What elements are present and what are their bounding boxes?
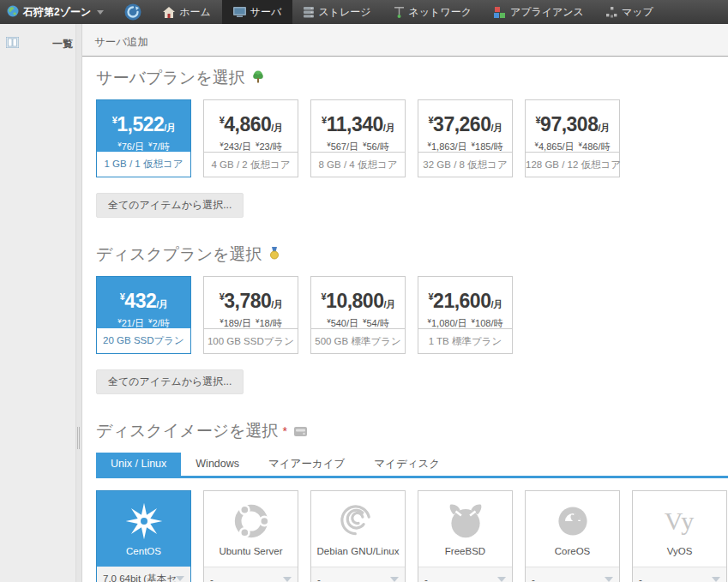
nav-appliance[interactable]: アプライアンス — [483, 0, 595, 24]
disk-plan-card-2[interactable]: ¥3,780/月 ¥189/日¥18/時 100 GB SSDプラン — [203, 276, 298, 354]
server-plan-row: ¥1,522/月 ¥76/日¥7/時 1 GB / 1 仮想コア ¥4,860/… — [96, 99, 728, 177]
os-version-select-debian[interactable]: - — [311, 567, 405, 582]
home-icon — [163, 7, 175, 18]
required-asterisk: * — [283, 424, 287, 438]
plan-spec-label: 1 GB / 1 仮想コア — [97, 152, 190, 177]
chevron-down-icon — [176, 576, 184, 581]
disk-plan-card-4[interactable]: ¥21,600/月 ¥1,080/日¥108/時 1 TB 標準プラン — [418, 276, 513, 354]
vyos-logo-icon: Vy — [633, 491, 726, 546]
tree-icon — [252, 69, 264, 87]
nav-network-label: ネットワーク — [409, 5, 472, 20]
medal-icon — [269, 245, 280, 264]
chevron-down-icon — [97, 10, 104, 15]
map-icon — [606, 7, 617, 18]
server-icon — [233, 7, 246, 18]
storage-icon — [304, 7, 314, 18]
coreos-logo-icon — [526, 491, 619, 546]
refresh-button[interactable] — [112, 0, 152, 24]
debian-logo-icon — [311, 491, 405, 546]
plan-spec-label: 128 GB / 12 仮想コア — [526, 152, 619, 177]
sidebar-splitter[interactable] — [75, 24, 82, 582]
disk-image-row: CentOS 7.0 64bit (基本セ Ubuntu Server - — [96, 490, 728, 582]
chevron-down-icon — [712, 577, 720, 582]
refresh-icon — [124, 3, 141, 21]
os-card-ubuntu[interactable]: Ubuntu Server - — [203, 490, 298, 582]
nav-storage[interactable]: ストレージ — [292, 0, 382, 24]
nav-storage-label: ストレージ — [318, 5, 370, 20]
plan-spec-label: 20 GB SSDプラン — [97, 328, 190, 353]
disk-image-title: ディスクイメージを選択* — [96, 420, 728, 442]
nav-server-label: サーバ — [250, 5, 282, 20]
os-card-vyos[interactable]: Vy VyOS - — [632, 490, 727, 582]
plan-spec-label: 32 GB / 8 仮想コア — [418, 152, 512, 177]
top-navigation-bar: 石狩第2ゾーン ホーム サーバ ストレージ ネットワーク — [0, 0, 728, 24]
server-plan-card-2[interactable]: ¥4,860/月 ¥243/日¥23/時 4 GB / 2 仮想コア — [203, 99, 298, 177]
sidebar-list-label[interactable]: 一覧 — [52, 37, 73, 51]
disk-image-tabs: Unix / Linux Windows マイアーカイブ マイディスク — [96, 453, 728, 478]
globe-icon — [7, 5, 19, 20]
os-version-select-centos[interactable]: 7.0 64bit (基本セ — [97, 567, 190, 582]
appliance-icon — [494, 7, 506, 18]
os-version-select-freebsd[interactable]: - — [418, 567, 512, 582]
chevron-down-icon — [390, 577, 399, 582]
nav-server[interactable]: サーバ — [222, 0, 293, 24]
os-card-centos[interactable]: CentOS 7.0 64bit (基本セ — [96, 490, 191, 582]
nav-map[interactable]: マップ — [595, 0, 665, 24]
disk-plan-card-1[interactable]: ¥432/月 ¥21/日¥2/時 20 GB SSDプラン — [96, 276, 191, 354]
tab-windows[interactable]: Windows — [181, 453, 254, 476]
os-version-select-ubuntu[interactable]: - — [204, 567, 298, 582]
network-icon — [394, 7, 405, 18]
nav-network[interactable]: ネットワーク — [382, 0, 483, 24]
sidebar: 一覧 — [0, 24, 75, 582]
os-version-select-vyos[interactable]: - — [633, 567, 726, 582]
server-plan-select-all-button[interactable]: 全てのアイテムから選択... — [96, 193, 244, 218]
freebsd-logo-icon — [418, 491, 512, 546]
os-card-debian[interactable]: Debian GNU/Linux - — [310, 490, 406, 582]
main-panel: サーバ追加 サーバプランを選択 ¥1,522/月 ¥76/日¥7/時 1 GB … — [82, 24, 728, 582]
chevron-down-icon — [605, 577, 613, 582]
plan-spec-label: 100 GB SSDプラン — [204, 328, 298, 353]
plan-spec-label: 4 GB / 2 仮想コア — [204, 152, 298, 177]
server-plan-card-3[interactable]: ¥11,340/月 ¥567/日¥56/時 8 GB / 4 仮想コア — [310, 99, 406, 177]
chevron-down-icon — [283, 577, 292, 582]
list-book-icon[interactable] — [6, 36, 19, 51]
tab-my-archive[interactable]: マイアーカイブ — [254, 453, 359, 476]
tab-unix-linux[interactable]: Unix / Linux — [96, 453, 181, 476]
server-plan-card-5[interactable]: ¥97,308/月 ¥4,865/日¥486/時 128 GB / 12 仮想コ… — [525, 99, 620, 177]
nav-appliance-label: アプライアンス — [510, 5, 584, 20]
nav-home-label: ホーム — [179, 5, 211, 20]
disk-plan-title: ディスクプランを選択 — [96, 243, 728, 266]
nav-home[interactable]: ホーム — [152, 0, 222, 24]
centos-logo-icon — [97, 491, 190, 546]
zone-label: 石狩第2ゾーン — [23, 5, 91, 20]
os-card-freebsd[interactable]: FreeBSD - — [418, 490, 513, 582]
plan-spec-label: 1 TB 標準プラン — [418, 328, 512, 353]
os-version-select-coreos[interactable]: - — [526, 567, 619, 582]
tab-my-disk[interactable]: マイディスク — [359, 453, 454, 476]
disk-plan-row: ¥432/月 ¥21/日¥2/時 20 GB SSDプラン ¥3,780/月 ¥… — [96, 276, 728, 354]
server-plan-card-4[interactable]: ¥37,260/月 ¥1,863/日¥185/時 32 GB / 8 仮想コア — [418, 99, 513, 177]
server-plan-card-1[interactable]: ¥1,522/月 ¥76/日¥7/時 1 GB / 1 仮想コア — [96, 99, 191, 177]
server-plan-title: サーバプランを選択 — [96, 67, 728, 89]
breadcrumb: サーバ追加 — [82, 24, 728, 57]
disk-plan-card-3[interactable]: ¥10,800/月 ¥540/日¥54/時 500 GB 標準プラン — [310, 276, 406, 354]
os-card-coreos[interactable]: CoreOS - — [525, 490, 620, 582]
ubuntu-logo-icon — [204, 491, 298, 546]
page-title: サーバ追加 — [94, 35, 148, 50]
plan-spec-label: 8 GB / 4 仮想コア — [311, 152, 405, 177]
disk-plan-select-all-button[interactable]: 全てのアイテムから選択... — [96, 369, 244, 394]
nav-map-label: マップ — [622, 5, 653, 20]
splitter-grip-icon — [77, 427, 81, 449]
disk-icon — [294, 422, 307, 441]
plan-spec-label: 500 GB 標準プラン — [311, 328, 405, 353]
zone-selector[interactable]: 石狩第2ゾーン — [0, 0, 112, 24]
chevron-down-icon — [497, 577, 506, 582]
